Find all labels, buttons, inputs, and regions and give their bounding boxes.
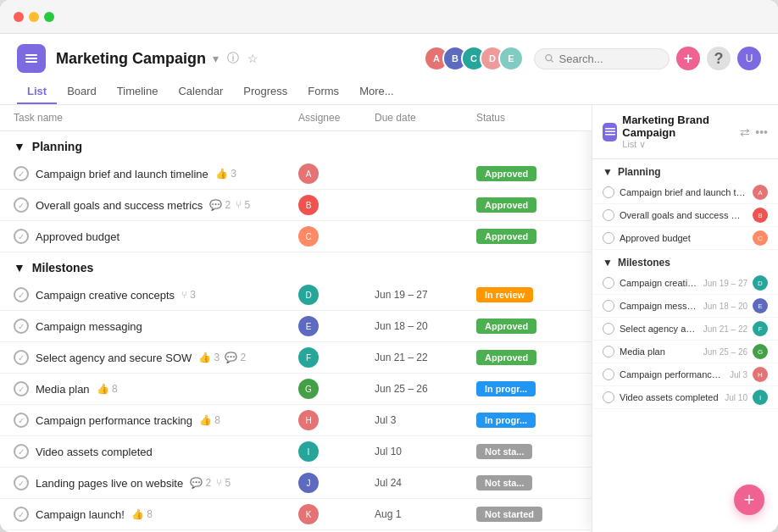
side-task-name: Overall goals and success metrics (620, 210, 747, 220)
task-meta: 👍 8 (97, 383, 118, 395)
side-section-milestones[interactable]: ▼ Milestones (592, 250, 778, 272)
status-cell: Not sta... (476, 444, 578, 459)
task-check-icon[interactable]: ✓ (14, 475, 29, 490)
svg-rect-7 (605, 134, 615, 136)
list-item[interactable]: Media plan Jun 25 – 26 G (592, 341, 778, 363)
task-check-icon[interactable]: ✓ (14, 507, 29, 522)
task-check-icon[interactable]: ✓ (14, 413, 29, 428)
svg-rect-1 (25, 58, 37, 59)
side-task-check[interactable] (603, 209, 614, 221)
due-date-cell: Jun 25 – 26 (375, 383, 476, 395)
side-task-check[interactable] (603, 232, 614, 244)
side-panel-header: Marketing Brand Campaign List ∨ ⇄ ••• (592, 105, 778, 159)
add-button[interactable]: + (676, 47, 700, 70)
star-icon[interactable]: ☆ (246, 50, 260, 67)
task-name-cell: ✓ Video assets completed (14, 444, 298, 459)
header: Marketing Campaign ▾ ⓘ ☆ A B C D E + ? U (0, 34, 778, 105)
side-task-check[interactable] (603, 300, 614, 312)
due-date-cell: Jul 24 (375, 477, 476, 489)
list-item[interactable]: Campaign messaging Jun 18 – 20 E (592, 295, 778, 318)
task-check-icon[interactable]: ✓ (14, 197, 29, 213)
list-item[interactable]: Approved budget C (592, 227, 778, 250)
task-name-cell: ✓ Campaign creative concepts ⑂ 3 (14, 287, 298, 302)
status-badge: Approved (476, 319, 536, 334)
chevron-down-icon[interactable]: ▾ (211, 50, 220, 67)
table-row[interactable]: ✓ Campaign brief and launch timeline 👍 3… (0, 158, 592, 190)
side-task-check[interactable] (603, 186, 614, 198)
table-row[interactable]: ✓ Overall goals and success metrics 💬 2 … (0, 190, 592, 221)
info-icon[interactable]: ⓘ (225, 49, 241, 68)
search-bar[interactable] (534, 48, 670, 69)
table-row[interactable]: ✓ Campaign messaging E Jun 18 – 20 Appro… (0, 311, 592, 342)
task-name-cell: ✓ Landing pages live on website 💬 2 ⑂ 5 (14, 475, 298, 490)
side-panel-icon (603, 123, 617, 141)
side-section-planning[interactable]: ▼ Planning (592, 159, 778, 181)
tab-board[interactable]: Board (57, 80, 107, 104)
assignee-avatar: A (298, 163, 319, 184)
table-row[interactable]: ✓ Select agency and secure SOW 👍 3 💬 2 F… (0, 342, 592, 374)
help-button[interactable]: ? (707, 47, 731, 70)
maximize-dot[interactable] (44, 12, 54, 22)
list-item[interactable]: Campaign performance track... Jul 3 H (592, 363, 778, 386)
side-task-check[interactable] (603, 277, 614, 289)
tab-progress[interactable]: Progress (233, 80, 297, 104)
list-item[interactable]: Overall goals and success metrics B (592, 204, 778, 227)
list-item[interactable]: Campaign creative con... Jun 19 – 27 D (592, 272, 778, 295)
table-row[interactable]: ✓ Media plan 👍 8 G Jun 25 – 26 In progr.… (0, 374, 592, 405)
task-name: Select agency and secure SOW (36, 352, 192, 364)
status-badge: Approved (476, 197, 536, 213)
side-task-name: Campaign brief and launch timeline (620, 187, 747, 197)
table-row[interactable]: ✓ Campaign creative concepts ⑂ 3 D Jun 1… (0, 280, 592, 311)
table-row[interactable]: ✓ Video assets completed I Jul 10 Not st… (0, 436, 592, 468)
tab-list[interactable]: List (17, 80, 57, 104)
side-task-check[interactable] (603, 391, 614, 403)
tab-forms[interactable]: Forms (297, 80, 349, 104)
task-check-icon[interactable]: ✓ (14, 350, 29, 365)
tab-timeline[interactable]: Timeline (107, 80, 169, 104)
table-row[interactable]: ✓ Landing pages live on website 💬 2 ⑂ 5 … (0, 468, 592, 499)
assignee-cell: A (298, 163, 375, 184)
fab-add-button[interactable]: + (734, 485, 764, 515)
app-icon (17, 44, 46, 73)
task-meta: 👍 3 (215, 168, 236, 180)
list-item[interactable]: Video assets completed Jul 10 I (592, 386, 778, 409)
side-task-check[interactable] (603, 323, 614, 335)
comments-count: 💬 2 (190, 477, 211, 489)
side-menu-button[interactable]: ••• (755, 125, 768, 139)
status-badge: In review (476, 287, 533, 302)
task-check-icon[interactable]: ✓ (14, 229, 29, 244)
list-item[interactable]: Campaign brief and launch timeline A (592, 181, 778, 204)
side-task-check[interactable] (603, 346, 614, 357)
tab-more[interactable]: More... (349, 80, 403, 104)
status-badge: Approved (476, 166, 536, 181)
task-check-icon[interactable]: ✓ (14, 166, 29, 181)
side-filter-button[interactable]: ⇄ (740, 125, 750, 139)
table-row[interactable]: ✓ Approved budget C Approved (0, 221, 592, 252)
close-dot[interactable] (14, 12, 24, 22)
task-check-icon[interactable]: ✓ (14, 381, 29, 396)
side-task-name: Media plan (620, 346, 698, 357)
task-check-icon[interactable]: ✓ (14, 319, 29, 334)
assignee-cell: B (298, 195, 375, 215)
section-milestones[interactable]: ▼ Milestones (0, 252, 592, 280)
task-check-icon[interactable]: ✓ (14, 444, 29, 459)
minimize-dot[interactable] (29, 12, 39, 22)
status-badge: Not started (476, 507, 542, 522)
table-row[interactable]: ✓ Campaign performance tracking 👍 8 H Ju… (0, 405, 592, 436)
section-planning[interactable]: ▼ Planning (0, 131, 592, 158)
due-date-cell: Jul 10 (375, 446, 476, 457)
status-cell: Approved (476, 229, 578, 244)
side-task-date: Jun 18 – 20 (703, 302, 747, 311)
user-avatar[interactable]: U (737, 47, 761, 70)
side-panel-title-group: Marketing Brand Campaign List ∨ (622, 114, 735, 150)
side-assignee-avatar: C (753, 230, 768, 246)
svg-rect-5 (605, 128, 615, 130)
search-input[interactable] (559, 53, 659, 65)
task-name-cell: ✓ Select agency and secure SOW 👍 3 💬 2 (14, 350, 298, 365)
table-row[interactable]: ✓ Campaign launch! 👍 8 K Aug 1 Not start… (0, 499, 592, 530)
status-cell: Not sta... (476, 475, 578, 490)
tab-calendar[interactable]: Calendar (168, 80, 233, 104)
side-task-check[interactable] (603, 369, 614, 380)
task-check-icon[interactable]: ✓ (14, 287, 29, 302)
list-item[interactable]: Select agency and sec... Jun 21 – 22 F (592, 318, 778, 341)
